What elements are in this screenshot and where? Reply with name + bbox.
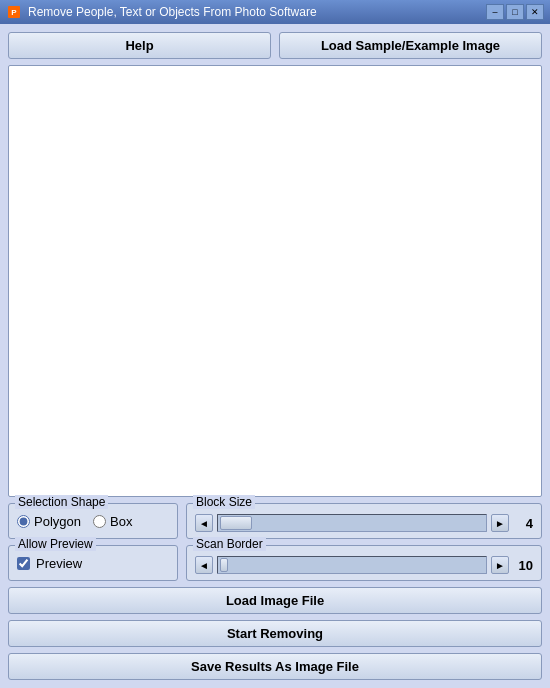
controls-row-1: Selection Shape Polygon Box Block Size ◄ [8,503,542,539]
selection-shape-label: Selection Shape [15,495,108,509]
title-bar-text: Remove People, Text or Objects From Phot… [28,5,486,19]
polygon-radio[interactable] [17,515,30,528]
start-removing-button[interactable]: Start Removing [8,620,542,647]
title-bar-buttons: – □ ✕ [486,4,544,20]
box-radio-item[interactable]: Box [93,514,132,529]
block-size-right-arrow[interactable]: ► [491,514,509,532]
close-button[interactable]: ✕ [526,4,544,20]
main-container: Help Load Sample/Example Image Selection… [0,24,550,688]
allow-preview-label: Allow Preview [15,537,96,551]
maximize-button[interactable]: □ [506,4,524,20]
load-sample-button[interactable]: Load Sample/Example Image [279,32,542,59]
block-size-track[interactable] [217,514,487,532]
scan-border-thumb[interactable] [220,558,228,572]
radio-row: Polygon Box [17,514,169,529]
scan-border-track[interactable] [217,556,487,574]
title-bar: P Remove People, Text or Objects From Ph… [0,0,550,24]
box-label: Box [110,514,132,529]
preview-checkbox-item[interactable]: Preview [17,556,169,571]
scan-border-left-arrow[interactable]: ◄ [195,556,213,574]
block-size-label: Block Size [193,495,255,509]
allow-preview-group: Allow Preview Preview [8,545,178,581]
scan-border-value: 10 [513,558,533,573]
top-buttons: Help Load Sample/Example Image [8,32,542,59]
minimize-button[interactable]: – [486,4,504,20]
svg-text:P: P [11,8,17,17]
block-size-left-arrow[interactable]: ◄ [195,514,213,532]
polygon-radio-item[interactable]: Polygon [17,514,81,529]
polygon-label: Polygon [34,514,81,529]
scan-border-right-arrow[interactable]: ► [491,556,509,574]
block-size-value: 4 [513,516,533,531]
preview-label: Preview [36,556,82,571]
load-image-button[interactable]: Load Image File [8,587,542,614]
selection-shape-group: Selection Shape Polygon Box [8,503,178,539]
image-canvas [8,65,542,497]
save-results-button[interactable]: Save Results As Image File [8,653,542,680]
block-size-slider-container: ◄ ► 4 [195,514,533,532]
help-button[interactable]: Help [8,32,271,59]
scan-border-label: Scan Border [193,537,266,551]
preview-checkbox[interactable] [17,557,30,570]
app-icon: P [6,4,22,20]
scan-border-slider-container: ◄ ► 10 [195,556,533,574]
block-size-group: Block Size ◄ ► 4 [186,503,542,539]
scan-border-group: Scan Border ◄ ► 10 [186,545,542,581]
bottom-buttons: Load Image File Start Removing Save Resu… [8,587,542,680]
controls-row-2: Allow Preview Preview Scan Border ◄ ► 10 [8,545,542,581]
box-radio[interactable] [93,515,106,528]
block-size-thumb[interactable] [220,516,252,530]
